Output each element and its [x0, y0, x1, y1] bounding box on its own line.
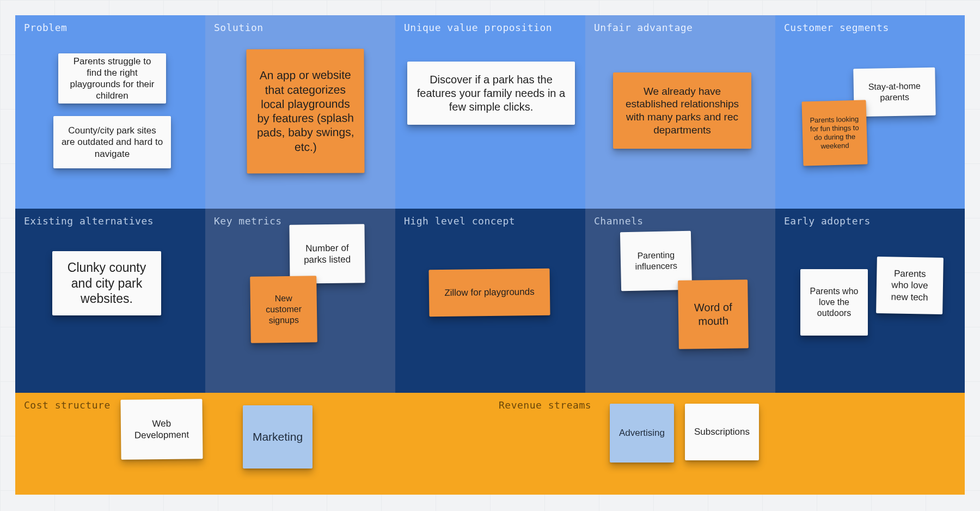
sticky-metrics-2[interactable]: New customer signups — [250, 276, 317, 343]
sticky-cost-1[interactable]: Web Development — [120, 399, 203, 460]
sticky-uvp-1[interactable]: Discover if a park has the features your… — [407, 62, 575, 125]
sticky-segments-2[interactable]: Parents looking for fun things to do dur… — [801, 100, 867, 166]
sticky-problem-2[interactable]: County/city park sites are outdated and … — [53, 116, 171, 168]
sticky-problem-1[interactable]: Parents struggle to find the right playg… — [58, 53, 166, 104]
sticky-revenue-2[interactable]: Subscriptions — [685, 404, 759, 460]
lean-canvas-board[interactable]: Problem Solution Unique value propositio… — [15, 15, 965, 495]
cell-title-advantage: Unfair advantage — [594, 22, 767, 33]
sticky-alternatives-1[interactable]: Clunky county and city park websites. — [52, 251, 161, 315]
cell-title-adopters: Early adopters — [784, 215, 956, 227]
sticky-concept-1[interactable]: Zillow for playgrounds — [428, 269, 550, 317]
cell-title-alternatives: Existing alternatives — [24, 215, 197, 227]
sticky-channels-2[interactable]: Word of mouth — [678, 279, 749, 349]
sticky-solution-1[interactable]: An app or website that categorizes local… — [246, 48, 364, 173]
sticky-adopters-2[interactable]: Parents who love new tech — [876, 257, 944, 314]
sticky-advantage-1[interactable]: We already have established relationship… — [613, 72, 751, 149]
cell-title-solution: Solution — [214, 22, 387, 33]
cell-title-segments: Customer segments — [784, 22, 956, 33]
sticky-revenue-1[interactable]: Advertising — [610, 404, 674, 463]
cell-title-concept: High level concept — [404, 215, 577, 227]
cell-title-problem: Problem — [24, 22, 197, 33]
cell-title-channels: Channels — [594, 215, 767, 227]
cell-problem[interactable]: Problem — [15, 15, 205, 209]
sticky-metrics-1[interactable]: Number of parks listed — [289, 224, 365, 283]
cell-title-uvp: Unique value proposition — [404, 22, 577, 33]
sticky-adopters-1[interactable]: Parents who love the outdoors — [800, 269, 868, 336]
sticky-cost-2[interactable]: Marketing — [243, 405, 313, 469]
